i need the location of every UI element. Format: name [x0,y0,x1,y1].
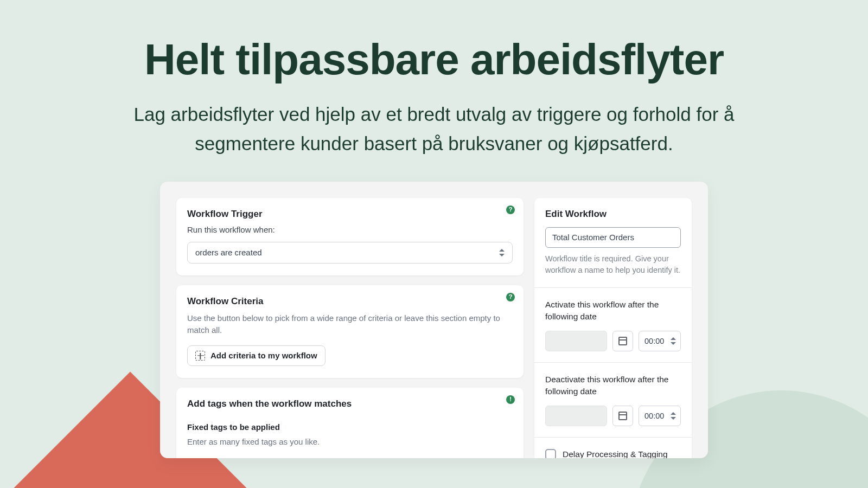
calendar-icon [618,412,627,420]
divider [534,437,692,438]
fixed-tags-subtitle: Fixed tags to be applied [187,422,513,432]
workflow-name-input[interactable] [545,227,681,248]
alert-icon[interactable]: ! [506,395,515,404]
calendar-icon [618,337,627,345]
workflow-criteria-card: ? Workflow Criteria Use the button below… [176,285,524,378]
hero-subtitle: Lag arbeidsflyter ved hjelp av et bredt … [87,100,781,159]
deactivate-date-label: Deactivate this workflow after the follo… [545,374,681,398]
add-criteria-button[interactable]: Add criteria to my workflow [187,345,326,366]
deactivate-date-input[interactable] [545,406,607,426]
activate-time-value: 00:00 [644,337,664,345]
activate-date-picker-button[interactable] [612,331,633,351]
deactivate-date-row: 00:00 [545,406,681,426]
trigger-select[interactable]: orders are created [187,242,513,264]
deactivate-date-picker-button[interactable] [612,406,633,426]
workflow-trigger-run-label: Run this workflow when: [187,225,513,234]
divider [534,362,692,363]
help-icon[interactable]: ? [506,206,515,214]
activate-date-input[interactable] [545,331,607,351]
edit-workflow-title: Edit Workflow [545,209,681,220]
panel-right-column: Edit Workflow Workflow title is required… [534,198,692,442]
workflow-name-hint: Workflow title is required. Give your wo… [545,253,681,277]
workflow-criteria-help: Use the button below to pick from a wide… [187,312,513,337]
deactivate-time-select[interactable]: 00:00 [639,406,681,426]
add-icon [195,351,205,361]
workflow-panel: ? Workflow Trigger Run this workflow whe… [160,182,708,458]
panel-left-column: ? Workflow Trigger Run this workflow whe… [176,198,524,442]
hero: Helt tilpassbare arbeidsflyter Lag arbei… [0,0,868,159]
workflow-trigger-title: Workflow Trigger [187,209,513,220]
divider [534,287,692,288]
chevron-updown-icon [499,248,505,257]
delay-processing-row[interactable]: Delay Processing & Tagging [545,448,681,458]
workflow-trigger-card: ? Workflow Trigger Run this workflow whe… [176,198,524,275]
deactivate-time-value: 00:00 [644,412,664,420]
activate-date-label: Activate this workflow after the followi… [545,299,681,323]
trigger-select-value: orders are created [195,248,262,257]
activate-date-row: 00:00 [545,331,681,351]
hero-title: Helt tilpassbare arbeidsflyter [0,35,868,85]
delay-processing-label: Delay Processing & Tagging [563,448,668,458]
activate-time-select[interactable]: 00:00 [639,331,681,351]
chevron-updown-icon [671,412,676,420]
edit-workflow-card: Edit Workflow Workflow title is required… [534,198,692,458]
chevron-updown-icon [671,337,676,345]
fixed-tags-help: Enter as many fixed tags as you like. [187,436,513,448]
add-criteria-label: Add criteria to my workflow [210,351,317,360]
add-tags-card: ! Add tags when the workflow matches Fix… [176,388,524,458]
add-tags-title: Add tags when the workflow matches [187,399,513,409]
help-icon[interactable]: ? [506,293,515,301]
delay-processing-checkbox[interactable] [545,449,556,458]
workflow-criteria-title: Workflow Criteria [187,296,513,307]
